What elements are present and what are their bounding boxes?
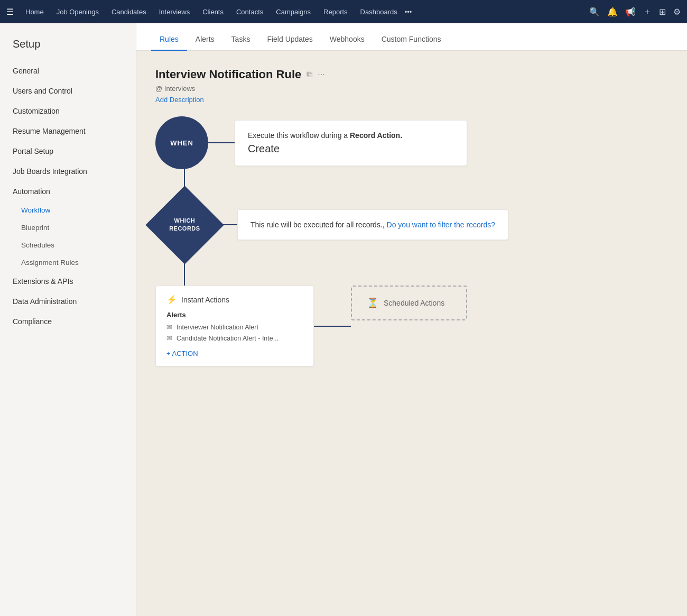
- notifications-icon[interactable]: 🔔: [607, 7, 618, 17]
- apps-icon[interactable]: ⊞: [659, 7, 666, 17]
- instant-actions-label: Instant Actions: [181, 296, 229, 304]
- sidebar-item-compliance[interactable]: Compliance: [0, 311, 136, 332]
- settings-icon[interactable]: ⚙: [673, 7, 681, 17]
- sidebar-item-users-control[interactable]: Users and Control: [0, 81, 136, 101]
- sidebar-item-data-admin[interactable]: Data Administration: [0, 291, 136, 311]
- hourglass-icon: ⏳: [367, 297, 378, 309]
- instant-actions-box: ⚡ Instant Actions Alerts ✉ Interviewer N…: [155, 286, 314, 366]
- when-card-value: Create: [248, 143, 454, 155]
- alert-item-0[interactable]: ✉ Interviewer Notification Alert: [166, 323, 303, 331]
- when-node[interactable]: WHEN: [155, 116, 208, 169]
- workflow-diagram: WHEN Execute this workflow during a Reco…: [155, 116, 668, 366]
- instant-actions-header: ⚡ Instant Actions: [166, 295, 303, 305]
- rule-subtitle: @ Interviews: [155, 85, 668, 93]
- scheduled-h-connector: [314, 326, 351, 327]
- nav-icons: 🔍 🔔 📢 ＋ ⊞ ⚙: [589, 6, 681, 17]
- which-records-node[interactable]: WHICHRECORDS: [145, 186, 224, 264]
- sidebar-item-general[interactable]: General: [0, 61, 136, 81]
- layout: Setup General Users and Control Customiz…: [0, 23, 687, 616]
- copy-icon[interactable]: ⧉: [307, 70, 312, 79]
- when-h-connector: [208, 142, 235, 143]
- when-card-prefix: Execute this workflow during a: [248, 131, 350, 140]
- sidebar-title: Setup: [0, 38, 136, 61]
- nav-reports[interactable]: Reports: [318, 6, 353, 18]
- mail-icon-0: ✉: [166, 323, 172, 331]
- sidebar-item-portal-setup[interactable]: Portal Setup: [0, 141, 136, 161]
- sidebar-automation-sub: Workflow Blueprint Schedules Assignment …: [0, 201, 136, 271]
- rule-name: Interview Notification Rule: [155, 68, 301, 81]
- menu-icon[interactable]: ☰: [6, 7, 14, 17]
- tab-tasks[interactable]: Tasks: [223, 35, 259, 51]
- sidebar: Setup General Users and Control Customiz…: [0, 23, 136, 616]
- tab-field-updates[interactable]: Field Updates: [258, 35, 321, 51]
- lightning-icon: ⚡: [166, 295, 177, 305]
- sidebar-item-job-boards[interactable]: Job Boards Integration: [0, 161, 136, 181]
- when-card[interactable]: Execute this workflow during a Record Ac…: [235, 120, 467, 166]
- tab-custom-functions[interactable]: Custom Functions: [373, 35, 450, 51]
- when-row: WHEN Execute this workflow during a Reco…: [155, 116, 467, 169]
- main-content: Rules Alerts Tasks Field Updates Webhook…: [136, 23, 687, 616]
- nav-job-openings[interactable]: Job Openings: [51, 6, 104, 18]
- which-records-row: WHICHRECORDS This rule will be executed …: [155, 196, 508, 254]
- announcements-icon[interactable]: 📢: [625, 7, 636, 17]
- alerts-label: Alerts: [166, 311, 303, 319]
- top-nav: ☰ Home Job Openings Candidates Interview…: [0, 0, 687, 23]
- sidebar-item-extensions-apis[interactable]: Extensions & APIs: [0, 271, 136, 291]
- add-description-link[interactable]: Add Description: [155, 96, 668, 104]
- tab-bar: Rules Alerts Tasks Field Updates Webhook…: [136, 23, 687, 51]
- alert-item-label-1: Candidate Notification Alert - Inte...: [177, 335, 278, 342]
- nav-contacts[interactable]: Contacts: [231, 6, 268, 18]
- scheduled-actions-label: Scheduled Actions: [384, 299, 444, 307]
- nav-more[interactable]: •••: [405, 8, 412, 16]
- nav-home[interactable]: Home: [20, 6, 49, 18]
- tab-webhooks[interactable]: Webhooks: [321, 35, 373, 51]
- filter-records-link[interactable]: Do you want to filter the records?: [387, 220, 495, 229]
- mail-icon-1: ✉: [166, 334, 172, 342]
- sidebar-item-automation[interactable]: Automation: [0, 181, 136, 201]
- sidebar-item-customization[interactable]: Customization: [0, 101, 136, 121]
- sidebar-item-schedules[interactable]: Schedules: [21, 236, 136, 254]
- nav-candidates[interactable]: Candidates: [106, 6, 152, 18]
- rule-title-row: Interview Notification Rule ⧉ ···: [155, 68, 668, 81]
- content-area: Interview Notification Rule ⧉ ··· @ Inte…: [136, 51, 687, 616]
- tab-alerts[interactable]: Alerts: [187, 35, 223, 51]
- sidebar-item-workflow[interactable]: Workflow: [21, 201, 136, 219]
- which-card-body: This rule will be executed for all recor…: [250, 220, 495, 229]
- which-records-node-wrap: WHICHRECORDS: [155, 196, 213, 254]
- alert-item-label-0: Interviewer Notification Alert: [177, 324, 258, 331]
- rule-more-icon[interactable]: ···: [318, 70, 324, 79]
- sidebar-item-blueprint[interactable]: Blueprint: [21, 219, 136, 236]
- add-action-button[interactable]: + ACTION: [166, 350, 303, 357]
- nav-interviews[interactable]: Interviews: [154, 6, 196, 18]
- actions-row: ⚡ Instant Actions Alerts ✉ Interviewer N…: [155, 286, 467, 366]
- which-records-label: WHICHRECORDS: [169, 217, 200, 233]
- sidebar-item-assignment-rules[interactable]: Assignment Rules: [21, 254, 136, 271]
- scheduled-actions-box[interactable]: ⏳ Scheduled Actions: [351, 286, 467, 320]
- which-card[interactable]: This rule will be executed for all recor…: [237, 209, 508, 240]
- search-icon[interactable]: 🔍: [589, 7, 600, 17]
- tab-rules[interactable]: Rules: [151, 35, 187, 51]
- nav-clients[interactable]: Clients: [197, 6, 229, 18]
- rule-header: Interview Notification Rule ⧉ ··· @ Inte…: [155, 68, 668, 104]
- add-icon[interactable]: ＋: [643, 6, 652, 17]
- when-label: WHEN: [170, 139, 193, 147]
- when-card-text: Execute this workflow during a Record Ac…: [248, 131, 454, 140]
- alert-item-1[interactable]: ✉ Candidate Notification Alert - Inte...: [166, 334, 303, 342]
- sidebar-item-resume-management[interactable]: Resume Management: [0, 121, 136, 141]
- nav-campaigns[interactable]: Campaigns: [271, 6, 316, 18]
- when-card-bold: Record Action.: [350, 131, 402, 140]
- nav-dashboards[interactable]: Dashboards: [355, 6, 403, 18]
